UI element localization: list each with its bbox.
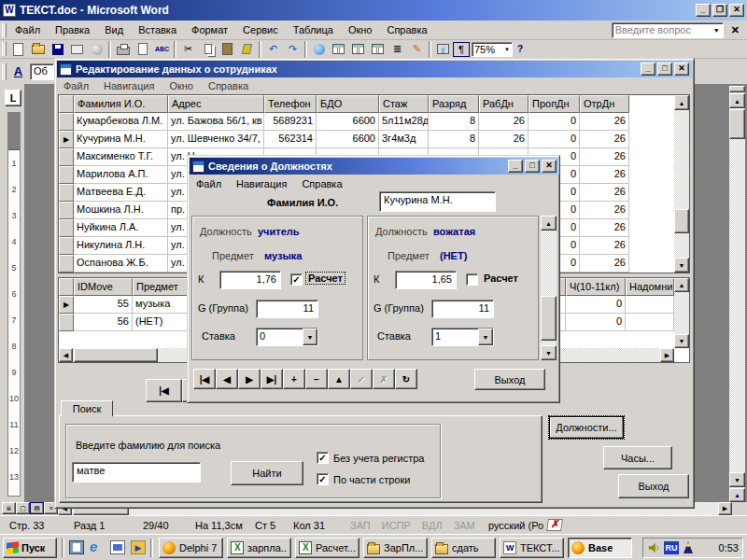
group-input[interactable]: 11 xyxy=(256,300,318,318)
subjects-grid-vscrollbar[interactable]: ▲ ▼ xyxy=(674,278,689,348)
navigator-button[interactable]: |◀ xyxy=(146,379,182,402)
app-menu-item[interactable]: Навигация xyxy=(97,78,161,93)
volume-icon[interactable] xyxy=(647,541,660,554)
status-toggle[interactable]: ИСПР xyxy=(382,520,411,531)
word-menu-item[interactable]: Вид xyxy=(98,22,130,37)
dialog-menu-item[interactable]: Файл xyxy=(190,176,228,191)
scrollbar-thumb[interactable] xyxy=(674,209,689,233)
scroll-up-icon[interactable]: ▲ xyxy=(541,216,557,231)
insert-hyperlink-icon[interactable] xyxy=(309,41,329,58)
dialog-minimize-button[interactable]: _ xyxy=(508,160,523,173)
app-minimize-button[interactable]: _ xyxy=(641,63,655,76)
word-menu-item[interactable]: Вставка xyxy=(132,22,183,37)
print-preview-icon[interactable] xyxy=(133,41,152,58)
task-button[interactable]: Расчет... xyxy=(295,538,359,558)
surname-input[interactable]: Кучурина М.Н. xyxy=(379,191,496,212)
paste-icon[interactable] xyxy=(218,41,237,58)
print-icon[interactable] xyxy=(113,41,133,58)
spellcheck-book-icon[interactable]: ✗ xyxy=(546,519,563,531)
task-button[interactable]: ЗарПл... xyxy=(363,538,428,558)
tables-borders-icon[interactable] xyxy=(329,41,348,58)
task-button[interactable]: сдать xyxy=(431,538,496,558)
document-map-icon[interactable] xyxy=(433,41,453,58)
scrollbar-thumb[interactable] xyxy=(729,109,745,139)
calc-checkbox[interactable] xyxy=(466,273,478,286)
scroll-left-icon[interactable]: ◀ xyxy=(59,348,73,362)
dialog-vscrollbar[interactable]: ▲ ▼ xyxy=(541,216,557,360)
save-icon[interactable] xyxy=(48,41,67,58)
ask-question-box[interactable]: Введите вопрос ▼ xyxy=(612,22,724,38)
tray-app-icon[interactable] xyxy=(683,541,694,554)
task-button[interactable]: ТЕКСТ... xyxy=(500,538,564,558)
navigator-button[interactable]: + xyxy=(283,369,305,389)
word-close-button[interactable]: ✕ xyxy=(729,4,744,17)
navigator-button[interactable]: ▲ xyxy=(328,369,350,389)
scroll-down-icon[interactable]: ▼ xyxy=(729,472,745,487)
tab-selector[interactable]: L xyxy=(5,90,21,106)
scroll-up-icon[interactable]: ▲ xyxy=(674,95,689,110)
outlook-express-icon[interactable] xyxy=(110,540,125,554)
undo-icon[interactable]: ↶ xyxy=(263,41,283,58)
checkbox-icon[interactable]: ✓ xyxy=(317,452,329,464)
spelling-icon[interactable]: ABC xyxy=(152,41,172,58)
checkbox-ignore-case[interactable]: ✓ Без учета регистра xyxy=(317,452,424,464)
styles-icon[interactable]: A xyxy=(8,63,28,80)
scroll-right-icon[interactable]: ▶ xyxy=(718,502,732,515)
navigator-button[interactable]: ✗ xyxy=(373,369,395,389)
task-button[interactable]: зарпла... xyxy=(227,538,291,558)
app-menu-item[interactable]: Справка xyxy=(202,78,255,93)
navigator-button[interactable]: |◀ xyxy=(193,369,216,389)
word-menu-item[interactable]: Таблица xyxy=(287,22,340,37)
word-menu-item[interactable]: Формат xyxy=(185,22,234,37)
zoom-select[interactable]: 75% ▼ xyxy=(472,42,513,57)
search-icon[interactable] xyxy=(87,41,106,58)
status-toggle[interactable]: ЗАП xyxy=(350,520,371,531)
calc-label[interactable]: Расчет xyxy=(482,273,520,284)
app-menu-item[interactable]: Файл xyxy=(57,78,95,93)
word-menu-item[interactable]: Справка xyxy=(380,22,433,37)
dialog-exit-button[interactable]: Выход xyxy=(474,369,545,390)
hours-button[interactable]: Часы... xyxy=(603,446,672,469)
dialog-menu-item[interactable]: Навигация xyxy=(230,176,293,191)
word-restore-button[interactable]: ❐ xyxy=(712,4,727,17)
word-menu-item[interactable]: Файл xyxy=(8,22,47,37)
scroll-down-icon[interactable]: ▼ xyxy=(674,334,689,348)
scroll-down-icon[interactable]: ▼ xyxy=(541,345,557,360)
navigator-button[interactable]: ▶| xyxy=(261,369,283,389)
word-menu-item[interactable]: Правка xyxy=(49,22,96,37)
status-toggle[interactable]: ЗАМ xyxy=(454,520,475,531)
chevron-down-icon[interactable]: ▼ xyxy=(713,27,720,34)
chevron-down-icon[interactable]: ▼ xyxy=(478,329,493,345)
word-titlebar[interactable]: W ТЕКСТ.doc - Microsoft Word _ ❐ ✕ xyxy=(0,0,747,21)
scrollbar-thumb[interactable] xyxy=(541,296,557,341)
rate-select[interactable]: 0▼ xyxy=(256,328,318,346)
page-up-icon[interactable]: ▲ xyxy=(729,488,745,502)
group-input[interactable]: 11 xyxy=(431,300,494,318)
app-menu-item[interactable]: Окно xyxy=(162,78,200,93)
web-view-button[interactable]: ▢ xyxy=(16,502,30,514)
dialog-menu-item[interactable]: Справка xyxy=(295,176,348,191)
scroll-down-icon[interactable]: ▼ xyxy=(674,258,689,273)
k-input[interactable]: 1,76 xyxy=(219,271,281,289)
app-close-button[interactable]: ✕ xyxy=(674,63,689,76)
open-icon[interactable] xyxy=(28,41,48,58)
checkbox-icon[interactable]: ✓ xyxy=(317,473,329,485)
insert-excel-icon[interactable] xyxy=(368,41,388,58)
app-titlebar[interactable]: Редактирование данных о сотрудниках _ □ … xyxy=(57,61,692,77)
start-button[interactable]: Пуск xyxy=(3,538,57,558)
k-input[interactable]: 1,65 xyxy=(395,271,457,289)
word-minimize-button[interactable]: _ xyxy=(696,4,711,17)
navigator-button[interactable]: − xyxy=(305,369,328,389)
copy-icon[interactable] xyxy=(198,41,218,58)
language-indicator[interactable]: RU xyxy=(664,541,679,554)
dialog-titlebar[interactable]: Сведения о Должностях _ □ ✕ xyxy=(190,158,559,175)
dialog-maximize-button[interactable]: □ xyxy=(525,160,540,173)
clock[interactable]: 0:53 xyxy=(719,542,739,553)
employee-row[interactable]: ▶ Кучурина М.Н. ул. Шевченко 34/7, 56231… xyxy=(59,131,674,148)
rate-select[interactable]: 1▼ xyxy=(431,328,494,346)
navigator-button[interactable]: ◀ xyxy=(216,369,238,389)
cut-icon[interactable]: ✂ xyxy=(178,41,198,58)
show-marks-icon[interactable]: ¶ xyxy=(453,42,470,57)
app-maximize-button[interactable]: □ xyxy=(657,63,672,76)
columns-icon[interactable]: ≣ xyxy=(388,41,407,58)
